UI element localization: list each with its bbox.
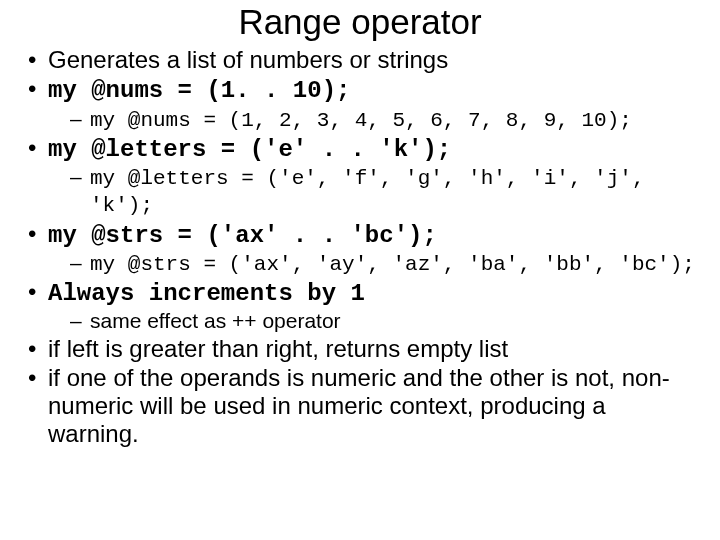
- code-text: my @nums = (1. . 10);: [48, 77, 350, 104]
- code-text: my @strs = ('ax', 'ay', 'az', 'ba', 'bb'…: [90, 253, 695, 276]
- bullet-item: my @letters = ('e' . . 'k'); my @letters…: [24, 134, 696, 219]
- sub-bullet-list: same effect as ++ operator: [48, 308, 696, 333]
- sub-bullet-list: my @letters = ('e', 'f', 'g', 'h', 'i', …: [48, 164, 696, 218]
- bullet-item: if left is greater than right, returns e…: [24, 335, 696, 363]
- bullet-item: Generates a list of numbers or strings: [24, 46, 696, 74]
- sub-bullet-item: my @strs = ('ax', 'ay', 'az', 'ba', 'bb'…: [68, 250, 696, 277]
- sub-bullet-item: my @nums = (1, 2, 3, 4, 5, 6, 7, 8, 9, 1…: [68, 106, 696, 133]
- slide: Range operator Generates a list of numbe…: [0, 0, 720, 449]
- bullet-text: if left is greater than right, returns e…: [48, 335, 508, 362]
- sub-bullet-list: my @strs = ('ax', 'ay', 'az', 'ba', 'bb'…: [48, 250, 696, 277]
- sub-bullet-item: my @letters = ('e', 'f', 'g', 'h', 'i', …: [68, 164, 696, 218]
- bullet-text: Always increments by 1: [48, 280, 365, 307]
- code-text: my @letters = ('e' . . 'k');: [48, 136, 451, 163]
- slide-title: Range operator: [24, 2, 696, 42]
- bullet-item: my @nums = (1. . 10); my @nums = (1, 2, …: [24, 75, 696, 133]
- bullet-text: same effect as ++ operator: [90, 309, 341, 332]
- bullet-text: if one of the operands is numeric and th…: [48, 364, 670, 448]
- bullet-list: Generates a list of numbers or strings m…: [24, 46, 696, 449]
- sub-bullet-item: same effect as ++ operator: [68, 308, 696, 333]
- sub-bullet-list: my @nums = (1, 2, 3, 4, 5, 6, 7, 8, 9, 1…: [48, 106, 696, 133]
- bullet-text: Generates a list of numbers or strings: [48, 46, 448, 73]
- bullet-item: Always increments by 1 same effect as ++…: [24, 278, 696, 334]
- code-text: my @strs = ('ax' . . 'bc');: [48, 222, 437, 249]
- code-text: my @letters = ('e', 'f', 'g', 'h', 'i', …: [90, 167, 645, 217]
- bullet-item: my @strs = ('ax' . . 'bc'); my @strs = (…: [24, 220, 696, 278]
- bullet-item: if one of the operands is numeric and th…: [24, 364, 696, 449]
- code-text: my @nums = (1, 2, 3, 4, 5, 6, 7, 8, 9, 1…: [90, 109, 632, 132]
